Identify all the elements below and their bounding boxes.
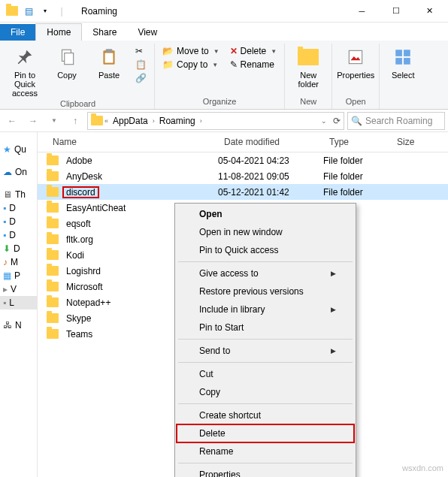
ribbon: Pin to Quick access Copy Paste ✂ 📋 🔗 Cli… xyxy=(0,41,448,110)
sidebar-item-thispc[interactable]: 🖥Th xyxy=(0,188,37,201)
ctx-copy[interactable]: Copy xyxy=(177,383,354,401)
drive-icon: ▪ xyxy=(3,216,6,227)
folder-icon xyxy=(47,297,59,307)
properties-button[interactable]: Properties xyxy=(337,44,374,80)
ctx-open[interactable]: Open xyxy=(177,205,354,223)
rename-button[interactable]: ✎Rename xyxy=(227,59,280,71)
table-row[interactable]: Adobe05-04-2021 04:23File folder xyxy=(38,152,448,168)
ctx-properties[interactable]: Properties xyxy=(177,466,354,477)
col-date[interactable]: Date modified xyxy=(218,132,323,152)
properties-icon xyxy=(344,45,368,69)
column-headers[interactable]: Name Date modified Type Size xyxy=(38,132,448,152)
sidebar-item-quick[interactable]: ★Qu xyxy=(0,143,37,156)
tab-home[interactable]: Home xyxy=(35,23,82,41)
folder-icon xyxy=(47,155,59,165)
chevron-down-icon[interactable]: ⌄ xyxy=(321,117,327,125)
sidebar-item[interactable]: ▪D xyxy=(0,201,37,215)
col-name[interactable]: Name xyxy=(38,132,218,152)
file-name: Adobe xyxy=(63,155,95,166)
sidebar-item[interactable]: ▸V xyxy=(0,282,37,296)
chevron-right-icon[interactable]: « xyxy=(104,117,108,125)
search-input[interactable]: 🔍 Search Roaming xyxy=(347,112,445,130)
doc-icon[interactable]: ▤ xyxy=(21,4,36,19)
drive-icon: ▪ xyxy=(3,230,6,240)
search-icon: 🔍 xyxy=(351,116,362,126)
copy-button[interactable]: Copy xyxy=(48,44,86,80)
file-name: Kodi xyxy=(63,250,87,261)
shortcut-icon: 🔗 xyxy=(135,73,147,83)
pin-quick-access-button[interactable]: Pin to Quick access xyxy=(6,44,44,98)
copyto-icon: 📁 xyxy=(162,59,174,70)
svg-rect-8 xyxy=(395,58,402,65)
refresh-icon[interactable]: ⟳ xyxy=(328,116,341,126)
copy-to-button[interactable]: 📁Copy to▼ xyxy=(159,59,222,71)
sidebar-item-onedrive[interactable]: ☁On xyxy=(0,165,37,179)
group-clipboard: Pin to Quick access Copy Paste ✂ 📋 🔗 Cli… xyxy=(2,44,155,109)
sidebar-item[interactable]: ⬇D xyxy=(0,242,37,255)
tab-view[interactable]: View xyxy=(127,24,168,41)
chevron-down-icon: ▼ xyxy=(210,62,218,68)
nav-history-button[interactable]: ▼ xyxy=(45,112,63,130)
nav-forward-button[interactable]: → xyxy=(24,112,42,130)
sidebar-item[interactable]: ▪D xyxy=(0,215,37,228)
nav-up-button[interactable]: ↑ xyxy=(66,112,84,130)
new-folder-button[interactable]: New folder xyxy=(289,44,327,89)
sidebar-item[interactable]: ▦P xyxy=(0,269,37,282)
paste-button[interactable]: Paste xyxy=(90,44,128,80)
copypath-button[interactable]: 📋 xyxy=(132,59,150,71)
group-label-new: New xyxy=(289,95,327,109)
breadcrumb-segment[interactable]: Roaming xyxy=(156,116,198,126)
separator xyxy=(178,362,353,363)
close-button[interactable]: ✕ xyxy=(413,0,446,23)
ctx-pin-start[interactable]: Pin to Start xyxy=(177,319,354,337)
breadcrumb-segment[interactable]: AppData xyxy=(110,116,151,126)
ctx-cut[interactable]: Cut xyxy=(177,365,354,383)
file-type: File folder xyxy=(323,155,391,166)
group-select: Select xyxy=(380,44,426,109)
col-size[interactable]: Size xyxy=(391,132,448,152)
svg-rect-9 xyxy=(404,58,410,65)
ctx-pin-quick-access[interactable]: Pin to Quick access xyxy=(177,241,354,259)
new-folder-icon xyxy=(296,45,320,69)
breadcrumb[interactable]: « AppData › Roaming › ⌄ ⟳ xyxy=(87,112,344,130)
table-row[interactable]: AnyDesk11-08-2021 09:05File folder xyxy=(38,168,448,184)
ctx-give-access-to[interactable]: Give access to▶ xyxy=(177,264,354,282)
ctx-include-library[interactable]: Include in library▶ xyxy=(177,300,354,319)
move-to-button[interactable]: 📂Move to▼ xyxy=(159,45,222,57)
svg-rect-6 xyxy=(395,50,402,56)
ctx-send-to[interactable]: Send to▶ xyxy=(177,342,354,360)
ctx-restore-versions[interactable]: Restore previous versions xyxy=(177,282,354,300)
col-type[interactable]: Type xyxy=(323,132,391,152)
ctx-create-shortcut[interactable]: Create shortcut xyxy=(177,406,354,424)
nav-back-button[interactable]: ← xyxy=(3,112,21,130)
select-button[interactable]: Select xyxy=(384,44,422,80)
file-name: eqsoft xyxy=(63,219,94,229)
maximize-button[interactable]: ☐ xyxy=(379,0,413,23)
quick-access-toolbar: ▤ ▾ | xyxy=(2,4,72,19)
nav-pane[interactable]: ★Qu ☁On 🖥Th ▪D ▪D ▪D ⬇D ♪M ▦P ▸V ▪L 🖧N xyxy=(0,132,38,477)
tab-file[interactable]: File xyxy=(0,24,35,41)
minimize-button[interactable]: ─ xyxy=(345,0,379,23)
file-name: Teams xyxy=(63,329,95,340)
ctx-rename[interactable]: Rename xyxy=(177,442,354,460)
music-icon: ♪ xyxy=(3,257,8,267)
paste-shortcut-button[interactable]: 🔗 xyxy=(132,72,150,84)
chevron-right-icon: ▶ xyxy=(331,270,336,277)
sidebar-item[interactable]: ▪L xyxy=(0,296,37,309)
cut-button[interactable]: ✂ xyxy=(132,45,150,57)
sidebar-item-network[interactable]: 🖧N xyxy=(0,319,37,332)
ctx-open-new-window[interactable]: Open in new window xyxy=(177,223,354,241)
delete-button[interactable]: ✕Delete▼ xyxy=(227,45,280,57)
sidebar-item[interactable]: ▪D xyxy=(0,228,37,242)
sidebar-item[interactable]: ♪M xyxy=(0,255,37,269)
table-row[interactable]: discord05-12-2021 01:42File folder xyxy=(38,184,448,200)
tab-share[interactable]: Share xyxy=(82,24,127,41)
qat-dropdown-icon[interactable]: ▾ xyxy=(38,4,53,19)
ctx-delete[interactable]: Delete xyxy=(177,424,354,442)
file-date: 05-04-2021 04:23 xyxy=(218,155,323,166)
watermark: wsxdn.com xyxy=(402,463,443,472)
title-bar: ▤ ▾ | Roaming ─ ☐ ✕ xyxy=(0,0,448,23)
group-label-open: Open xyxy=(337,95,374,109)
folder-icon xyxy=(47,219,59,228)
svg-rect-3 xyxy=(106,49,113,52)
